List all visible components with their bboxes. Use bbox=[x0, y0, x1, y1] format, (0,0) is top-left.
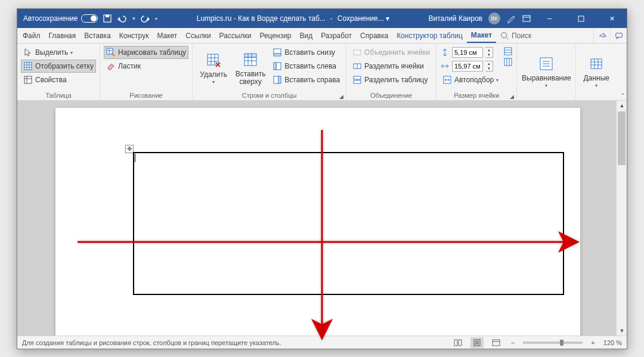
redo-icon[interactable] bbox=[141, 14, 150, 23]
draw-table-button[interactable]: Нарисовать таблицу bbox=[104, 46, 188, 59]
print-layout-icon[interactable] bbox=[470, 337, 484, 348]
scroll-thumb[interactable] bbox=[618, 111, 626, 165]
autosave-label: Автосохранение bbox=[23, 14, 78, 23]
tab-table-design[interactable]: Конструктор таблиц bbox=[392, 28, 467, 43]
svg-rect-16 bbox=[274, 76, 278, 83]
share-button[interactable] bbox=[593, 28, 610, 43]
tab-review[interactable]: Рецензир bbox=[255, 28, 295, 43]
alignment-button[interactable]: Выравнивание▾ bbox=[521, 46, 572, 98]
gridlines-button[interactable]: Отобразить сетку bbox=[21, 60, 96, 73]
gridlines-label: Отобразить сетку bbox=[35, 62, 94, 70]
autofit-button[interactable]: Автоподбор▾ bbox=[440, 73, 501, 86]
draw-mode-icon[interactable] bbox=[506, 14, 516, 23]
properties-button[interactable]: Свойства bbox=[21, 73, 96, 86]
svg-rect-26 bbox=[591, 59, 602, 69]
eraser-button[interactable]: Ластик bbox=[104, 60, 188, 73]
insert-above-icon bbox=[242, 51, 259, 68]
tab-view[interactable]: Вид bbox=[296, 28, 317, 43]
save-icon[interactable] bbox=[103, 14, 112, 23]
tab-references[interactable]: Ссылки bbox=[181, 28, 215, 43]
height-input[interactable] bbox=[452, 47, 483, 58]
vertical-scrollbar[interactable]: ▲ ▼ bbox=[616, 101, 627, 336]
width-icon bbox=[440, 61, 450, 71]
document-area[interactable]: ✥ bbox=[17, 101, 616, 336]
width-input[interactable] bbox=[452, 61, 483, 72]
autosave-toggle[interactable]: Автосохранение bbox=[23, 14, 98, 23]
user-name[interactable]: Виталий Каиров bbox=[428, 14, 482, 23]
tab-file[interactable]: Файл bbox=[18, 28, 45, 43]
table[interactable] bbox=[133, 152, 564, 295]
tab-design[interactable]: Конструк bbox=[115, 28, 153, 43]
alignment-label: Выравнивание bbox=[522, 74, 571, 82]
svg-rect-15 bbox=[274, 63, 276, 70]
ribbon-display-icon[interactable] bbox=[522, 14, 531, 23]
col-width-field[interactable]: ▲▼ bbox=[440, 60, 501, 73]
dialog-launcher-icon[interactable]: ◢ bbox=[339, 94, 343, 100]
search-box[interactable]: Поиск bbox=[500, 28, 531, 43]
tab-home[interactable]: Главная bbox=[45, 28, 80, 43]
svg-rect-20 bbox=[354, 76, 361, 79]
group-rowscols-label: Строки и столбцы◢ bbox=[196, 91, 342, 99]
insert-below-label: Вставить снизу bbox=[284, 48, 335, 57]
zoom-thumb[interactable] bbox=[560, 340, 564, 346]
properties-icon bbox=[23, 75, 33, 85]
scroll-up-icon[interactable]: ▲ bbox=[617, 101, 627, 110]
tab-mailings[interactable]: Рассылки bbox=[215, 28, 256, 43]
merge-icon bbox=[352, 48, 362, 57]
saving-status[interactable]: Сохранение... ▾ bbox=[338, 14, 389, 23]
tab-table-layout[interactable]: Макет bbox=[467, 28, 496, 43]
insert-above-button[interactable]: Вставить сверху bbox=[233, 46, 268, 91]
distribute-cols-icon[interactable] bbox=[503, 57, 513, 67]
insert-below-button[interactable]: Вставить снизу bbox=[270, 46, 342, 59]
svg-rect-14 bbox=[276, 63, 281, 70]
minimize-button[interactable]: ─ bbox=[537, 9, 562, 28]
dialog-launcher-icon[interactable]: ◢ bbox=[510, 94, 514, 100]
scroll-down-icon[interactable]: ▼ bbox=[617, 326, 627, 336]
distribute-rows-icon[interactable] bbox=[503, 46, 513, 56]
height-spinner[interactable]: ▲▼ bbox=[485, 47, 493, 58]
insert-right-button[interactable]: Вставить справа bbox=[270, 73, 342, 86]
tab-layout[interactable]: Макет bbox=[153, 28, 181, 43]
svg-rect-7 bbox=[24, 76, 32, 83]
doc-title: Lumpics.ru - Как в Ворде сделать таб... bbox=[197, 14, 326, 23]
web-layout-icon[interactable] bbox=[490, 337, 503, 348]
width-spinner[interactable]: ▲▼ bbox=[485, 61, 493, 72]
select-button[interactable]: Выделить▾ bbox=[21, 46, 96, 59]
group-cellsize-label: Размер ячейки◢ bbox=[440, 91, 513, 99]
merge-cells-label: Объединить ячейки bbox=[364, 48, 430, 57]
grid-icon bbox=[23, 61, 33, 71]
eraser-label: Ластик bbox=[118, 62, 141, 70]
app-window: Автосохранение ▼ ▾ Lumpics.ru - Как в Во… bbox=[17, 8, 627, 349]
tab-help[interactable]: Справка bbox=[356, 28, 392, 43]
row-height-field[interactable]: ▲▼ bbox=[440, 46, 501, 59]
maximize-button[interactable] bbox=[568, 9, 593, 28]
avatar[interactable]: ВК bbox=[488, 13, 500, 24]
zoom-out-button[interactable]: − bbox=[509, 339, 517, 346]
zoom-level[interactable]: 120 % bbox=[603, 339, 622, 346]
eraser-icon bbox=[106, 61, 116, 71]
read-mode-icon[interactable] bbox=[451, 337, 465, 348]
tab-insert[interactable]: Вставка bbox=[80, 28, 115, 43]
undo-icon[interactable] bbox=[117, 14, 126, 23]
delete-button[interactable]: Удалить▾ bbox=[196, 46, 231, 91]
zoom-slider[interactable] bbox=[523, 342, 583, 344]
split-cells-button[interactable]: Разделить ячейки bbox=[350, 60, 432, 73]
insert-left-icon bbox=[273, 61, 282, 71]
data-button[interactable]: Данные▾ bbox=[580, 46, 613, 98]
table-move-handle-icon[interactable]: ✥ bbox=[125, 145, 134, 153]
delete-label: Удалить bbox=[200, 71, 227, 79]
comments-button[interactable] bbox=[610, 28, 627, 43]
group-merge: Объединить ячейки Разделить ячейки Разде… bbox=[346, 44, 436, 100]
autofit-icon bbox=[442, 75, 452, 85]
cursor-icon bbox=[23, 48, 33, 57]
collapse-ribbon-icon[interactable]: ˄ bbox=[621, 92, 624, 99]
tab-developer[interactable]: Разработ bbox=[317, 28, 356, 43]
svg-rect-5 bbox=[615, 33, 622, 37]
insert-left-button[interactable]: Вставить слева bbox=[270, 60, 342, 73]
split-table-button[interactable]: Разделить таблицу bbox=[350, 73, 432, 86]
close-button[interactable]: ✕ bbox=[599, 9, 624, 28]
page: ✥ bbox=[55, 108, 580, 336]
undo-drop-icon[interactable]: ▼ bbox=[131, 16, 136, 21]
insert-above-label: Вставить сверху bbox=[234, 70, 267, 86]
zoom-in-button[interactable]: + bbox=[589, 339, 597, 346]
